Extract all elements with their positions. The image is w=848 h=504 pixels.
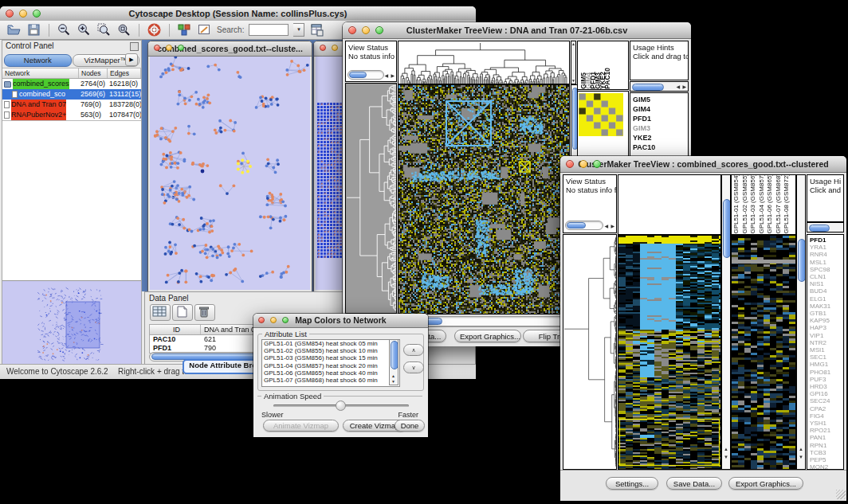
move-down-button[interactable]: ∨ (403, 361, 424, 373)
search-input[interactable] (249, 24, 289, 36)
gene-label[interactable]: GIM5 (633, 95, 688, 104)
minimize-button[interactable] (166, 45, 172, 51)
minimize-button[interactable] (270, 317, 277, 323)
gene-label[interactable]: FIG4 (810, 412, 843, 420)
attribute-list-item[interactable]: GPL51-07 (GSM868) heat shock 60 min (262, 377, 399, 384)
gene-label[interactable]: PFD1 (633, 114, 688, 123)
column-label[interactable]: GPL51-01 (GSM854) (733, 174, 742, 234)
close-button[interactable] (566, 160, 574, 168)
open-file-icon[interactable] (6, 22, 22, 37)
treeview1-coltree-scrollbar[interactable]: ▲ ▼ (571, 41, 576, 84)
gene-label[interactable]: PHO81 (810, 369, 843, 376)
control-panel-tab[interactable]: Network (4, 54, 72, 67)
new-attribute-button[interactable] (172, 304, 193, 321)
scroll-right-icon[interactable]: ▶ (391, 73, 395, 78)
network-window-titlebar[interactable]: combined_scores_good.txt--cluste... (148, 41, 312, 57)
network-row[interactable]: combined_sco 2569(6) 13112(15) (2, 89, 141, 100)
gene-label[interactable]: MAK31 (810, 303, 843, 310)
float-panel-icon[interactable] (130, 42, 139, 51)
gene-label[interactable]: GPI16 (810, 390, 843, 397)
treeview1-submatrix[interactable] (579, 93, 623, 136)
network-graph-view[interactable] (150, 57, 310, 290)
gene-label[interactable]: SPC98 (810, 266, 843, 273)
network-list-empty-area[interactable] (2, 120, 141, 281)
gene-label[interactable]: PUF3 (810, 376, 843, 383)
speed-slider-thumb[interactable] (336, 400, 346, 411)
delete-attribute-button[interactable] (194, 304, 215, 321)
zoom-window-button[interactable] (375, 26, 383, 34)
view-status-scrollbar[interactable] (565, 221, 603, 230)
gene-label[interactable]: HRD3 (810, 383, 843, 390)
gene-label[interactable]: MSL1 (810, 259, 843, 266)
minimize-button[interactable] (332, 45, 338, 51)
attribute-list-item[interactable]: GPL51-04 (GSM857) heat shock 20 min (262, 362, 399, 369)
gene-label[interactable]: GIM3 (633, 123, 688, 133)
zoom-out-icon[interactable] (57, 22, 72, 37)
gene-label[interactable]: PAN1 (810, 434, 843, 441)
gene-label[interactable]: YKE2 (633, 133, 688, 143)
column-label[interactable]: GPL51-08 (GSM872) (783, 174, 792, 234)
zoom-selected-icon[interactable] (96, 22, 112, 37)
minimize-button[interactable] (362, 26, 370, 34)
treeview1-heatmap[interactable] (398, 84, 570, 315)
gene-label[interactable]: PEP5 (810, 456, 843, 463)
treeview1-gene-scrollbar[interactable]: ◀ ▶ (630, 81, 689, 92)
save-icon[interactable] (26, 22, 41, 37)
zoom-fit-icon[interactable] (116, 22, 132, 37)
treeview2-row-dendrogram[interactable] (563, 234, 617, 470)
gene-label[interactable]: YSH1 (810, 420, 843, 427)
treeview2-button[interactable]: Save Data... (666, 477, 722, 490)
scroll-right-icon[interactable]: ▶ (610, 224, 614, 229)
gene-label[interactable]: CLN1 (810, 273, 843, 280)
attribute-list-scrollbar[interactable]: ▲ ▼ (389, 339, 398, 385)
attribute-list-item[interactable]: GPL51-02 (GSM855) heat shock 10 min (262, 347, 399, 354)
treeview2-titlebar[interactable]: ClusterMaker TreeView : combined_scores_… (560, 156, 846, 173)
gene-label[interactable]: HAP3 (810, 324, 843, 331)
attribute-list-item[interactable]: GPL51-01 (GSM854) heat shock 05 min (262, 340, 399, 347)
network-overview-thumbnail[interactable] (2, 281, 141, 364)
attribute-list-item[interactable]: GPL51-06 (GSM865) heat shock 40 min (262, 369, 399, 377)
gene-label[interactable]: HMG1 (810, 361, 843, 368)
column-label[interactable]: GPL51-06 (GSM865) (767, 174, 775, 234)
treeview1-row-dendrogram[interactable] (345, 83, 397, 314)
network-row[interactable]: DNA and Tran 07 769(0) 183728(0) (2, 100, 141, 110)
select-attributes-button[interactable] (150, 304, 171, 321)
gene-label[interactable]: ELG1 (810, 295, 843, 303)
animate-vizmap-button[interactable]: Animate Vizmap (263, 420, 339, 432)
dialog-titlebar[interactable]: Map Colors to Network (253, 314, 428, 328)
gene-label[interactable]: SEC1 (810, 354, 843, 361)
col-edges[interactable]: Edges (108, 68, 141, 78)
treeview2-subheatmap[interactable] (731, 235, 796, 470)
treeview2-gene-scrollbar[interactable] (807, 222, 844, 232)
gene-label[interactable]: TCB3 (810, 449, 843, 456)
minimize-button[interactable] (19, 10, 27, 18)
gene-label[interactable]: CPA2 (810, 405, 843, 412)
zoom-window-button[interactable] (178, 45, 184, 51)
treeview2-sub-vscrollbar[interactable]: ▲ ▼ (796, 174, 806, 470)
close-button[interactable] (320, 45, 326, 51)
view-status-scrollbar[interactable] (347, 70, 384, 80)
zoom-window-button[interactable] (33, 10, 41, 18)
gene-label[interactable]: SEC24 (810, 397, 843, 404)
gene-label[interactable]: NTR2 (810, 339, 843, 346)
gene-label[interactable]: MSI1 (810, 346, 843, 354)
close-button[interactable] (154, 45, 160, 51)
main-titlebar[interactable]: Cytoscape Desktop (Session Name: collins… (0, 6, 476, 21)
gene-label[interactable]: RNR4 (810, 251, 843, 258)
zoom-in-icon[interactable] (77, 22, 92, 37)
treeview2-column-tree-area[interactable] (618, 174, 721, 235)
annotation-icon[interactable] (197, 22, 212, 37)
treeview2-heatmap[interactable] (618, 235, 721, 470)
minimize-button[interactable] (579, 160, 587, 168)
close-button[interactable] (348, 26, 356, 34)
gene-label[interactable]: GTB1 (810, 310, 843, 317)
treeview1-column-dendrogram[interactable] (398, 41, 570, 84)
zoom-window-button[interactable] (282, 317, 289, 323)
gene-label[interactable]: RPN1 (810, 442, 843, 449)
column-label[interactable]: PAC10 (604, 68, 609, 89)
column-label[interactable]: GPL51-03 (GSM856) (750, 174, 759, 234)
col-network[interactable]: Network (2, 68, 79, 78)
gene-label[interactable]: RPO21 (810, 427, 843, 434)
zoom-window-button[interactable] (593, 160, 601, 168)
col-nodes[interactable]: Nodes (79, 68, 108, 78)
